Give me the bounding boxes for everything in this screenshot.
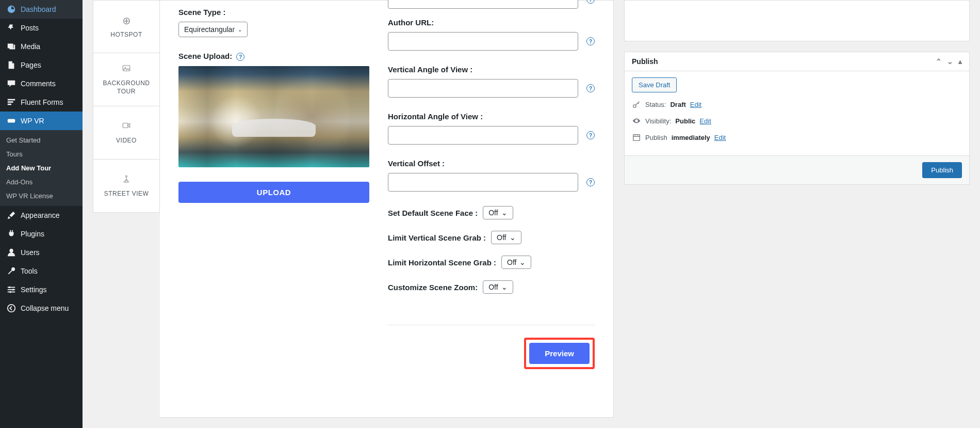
video-icon	[122, 121, 131, 133]
help-icon[interactable]: ?	[586, 0, 595, 4]
tab-street-view[interactable]: STREET VIEW	[93, 160, 160, 213]
author-url-input[interactable]	[388, 32, 578, 51]
svg-rect-12	[123, 66, 130, 71]
chevron-down-icon: ⌄	[501, 283, 508, 291]
limit-horiz-select[interactable]: Off ⌄	[501, 256, 531, 269]
publish-button[interactable]: Publish	[922, 162, 962, 178]
dashboard-icon	[6, 4, 17, 14]
chevron-down-icon: ⌄	[510, 233, 516, 242]
form-icon	[6, 97, 17, 107]
edit-status-link[interactable]: Edit	[690, 101, 701, 108]
plug-icon	[6, 229, 17, 239]
default-face-select[interactable]: Off ⌄	[483, 206, 513, 219]
scene-settings-panel: Scene Type : Equirectangular ⌄ Scene Upl…	[160, 0, 614, 418]
upload-button[interactable]: UPLOAD	[178, 182, 369, 203]
menu-collapse[interactable]: Collapse menu	[0, 299, 83, 318]
publish-title: Publish	[632, 57, 658, 66]
calendar-icon	[632, 133, 641, 142]
brush-icon	[6, 210, 17, 220]
menu-fluent-forms[interactable]: Fluent Forms	[0, 93, 83, 112]
help-icon[interactable]: ?	[586, 131, 595, 139]
menu-plugins[interactable]: Plugins	[0, 225, 83, 243]
menu-label: Fluent Forms	[21, 98, 63, 106]
menu-comments[interactable]: Comments	[0, 74, 83, 93]
limit-vert-select[interactable]: Off ⌄	[491, 231, 521, 244]
submenu-tours[interactable]: Tours	[0, 147, 83, 161]
edit-visibility-link[interactable]: Edit	[699, 117, 711, 125]
help-icon[interactable]: ?	[586, 178, 595, 186]
submenu-get-started[interactable]: Get Started	[0, 133, 83, 147]
eye-icon	[632, 116, 641, 125]
publish-header: Publish ⌃ ⌄ ▴	[625, 52, 969, 71]
tab-label: BACKGROUND TOUR	[93, 80, 159, 96]
preview-button[interactable]: Preview	[529, 343, 590, 364]
publish-sidebar: Publish ⌃ ⌄ ▴ Save Draft Status: Draft E…	[624, 0, 970, 418]
edit-publish-link[interactable]: Edit	[714, 134, 726, 141]
image-icon	[122, 64, 131, 75]
limit-horiz-label: Limit Horizontal Scene Grab :	[388, 258, 496, 267]
svg-rect-0	[8, 99, 15, 101]
menu-label: WP VR	[21, 117, 44, 125]
comment-icon	[6, 78, 17, 89]
submenu-license[interactable]: WP VR License	[0, 189, 83, 203]
left-column: Scene Type : Equirectangular ⌄ Scene Upl…	[178, 1, 369, 399]
scene-type-select[interactable]: Equirectangular ⌄	[178, 22, 248, 37]
submenu-addons[interactable]: Add-Ons	[0, 175, 83, 189]
wp-vr-submenu: Get Started Tours Add New Tour Add-Ons W…	[0, 130, 83, 206]
chevron-down-icon: ⌄	[238, 27, 242, 33]
tab-video[interactable]: VIDEO	[93, 106, 160, 160]
menu-settings[interactable]: Settings	[0, 280, 83, 299]
submenu-add-new-tour[interactable]: Add New Tour	[0, 161, 83, 175]
vr-icon	[6, 116, 17, 126]
menu-dashboard[interactable]: Dashboard	[0, 0, 83, 19]
wrench-icon	[6, 266, 17, 276]
menu-pages[interactable]: Pages	[0, 56, 83, 74]
main-content: ⊕ HOTSPOT BACKGROUND TOUR VIDEO STREET V…	[83, 0, 980, 428]
scene-type-value: Equirectangular	[184, 25, 235, 34]
streetview-icon	[122, 174, 131, 186]
publish-body: Save Draft Status: Draft Edit Visibility…	[625, 71, 969, 155]
chevron-down-icon[interactable]: ⌄	[947, 57, 953, 66]
author-url-label: Author URL:	[388, 18, 595, 27]
tab-label: HOTSPOT	[110, 31, 142, 39]
caret-up-icon[interactable]: ▴	[958, 57, 962, 66]
crosshair-icon: ⊕	[122, 14, 131, 27]
svg-rect-1	[8, 101, 13, 103]
haov-input[interactable]	[388, 126, 578, 145]
tab-hotspot[interactable]: ⊕ HOTSPOT	[93, 0, 160, 53]
default-face-label: Set Default Scene Face :	[388, 209, 478, 217]
menu-label: Plugins	[21, 230, 44, 238]
chevron-up-icon[interactable]: ⌃	[936, 57, 942, 66]
visibility-label: Visibility:	[645, 117, 671, 125]
help-icon[interactable]: ?	[236, 53, 244, 61]
svg-point-4	[9, 249, 13, 252]
svg-point-15	[126, 176, 127, 177]
tab-background-tour[interactable]: BACKGROUND TOUR	[93, 53, 160, 106]
help-icon[interactable]: ?	[586, 37, 595, 45]
top-input[interactable]	[388, 0, 578, 9]
vaov-input[interactable]	[388, 79, 578, 98]
menu-label: Tools	[21, 267, 38, 275]
pin-icon	[6, 23, 17, 33]
menu-tools[interactable]: Tools	[0, 262, 83, 280]
svg-rect-2	[8, 104, 11, 105]
status-label: Status:	[645, 101, 666, 108]
publish-value: immediately	[672, 134, 710, 141]
metabox-empty	[624, 0, 970, 41]
menu-media[interactable]: Media	[0, 37, 83, 56]
user-icon	[6, 247, 17, 258]
menu-posts[interactable]: Posts	[0, 19, 83, 37]
voffset-label: Vertical Offset :	[388, 159, 595, 168]
help-icon[interactable]: ?	[586, 84, 595, 92]
voffset-input[interactable]	[388, 173, 578, 192]
menu-wp-vr[interactable]: WP VR	[0, 112, 83, 130]
scene-preview-image	[178, 66, 369, 167]
save-draft-button[interactable]: Save Draft	[632, 77, 677, 92]
editor-panel: ⊕ HOTSPOT BACKGROUND TOUR VIDEO STREET V…	[93, 0, 614, 418]
svg-rect-14	[123, 123, 128, 128]
menu-appearance[interactable]: Appearance	[0, 206, 83, 225]
svg-point-10	[9, 291, 11, 293]
menu-users[interactable]: Users	[0, 243, 83, 262]
zoom-select[interactable]: Off ⌄	[483, 280, 513, 294]
menu-label: Media	[21, 42, 40, 51]
